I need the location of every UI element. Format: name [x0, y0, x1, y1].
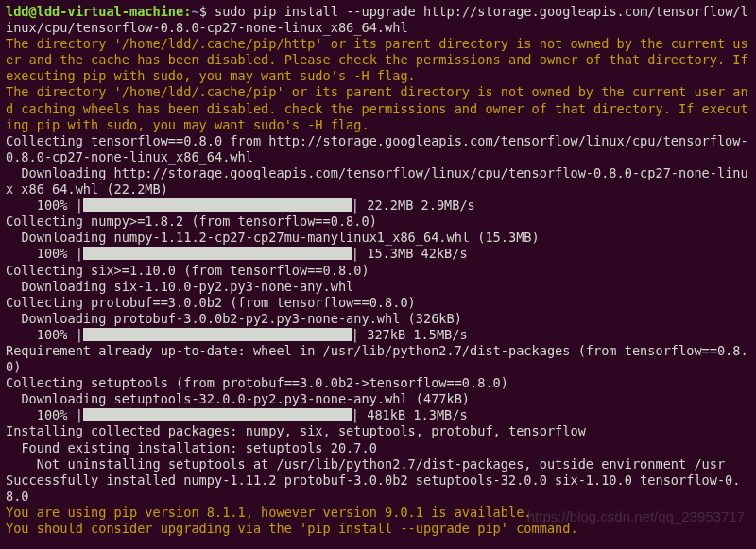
progress-tail: | 327kB 1.5MB/s: [352, 327, 475, 342]
line-requirement-wheel: Requirement already up-to-date: wheel in…: [6, 343, 748, 374]
line-version-available: You are using pip version 8.1.1, however…: [6, 505, 532, 520]
progress-percent: 100% |: [6, 407, 83, 422]
progress-bar-icon: [83, 408, 352, 421]
progress-percent: 100% |: [6, 246, 83, 261]
line-download-numpy: Downloading numpy-1.11.2-cp27-cp27mu-man…: [6, 230, 540, 245]
line-download-tensorflow: Downloading http://storage.googleapis.co…: [6, 165, 748, 197]
progress-tail: | 481kB 1.3MB/s: [352, 407, 475, 422]
progress-bar-icon: [83, 328, 352, 341]
line-download-six: Downloading six-1.10.0-py2.py3-none-any.…: [6, 279, 353, 294]
line-collect-setuptools: Collecting setuptools (from protobuf==3.…: [6, 375, 508, 390]
progress-percent: 100% |: [6, 197, 83, 213]
line-not-uninstalling: Not uninstalling setuptools at /usr/lib/…: [6, 456, 725, 472]
line-upgrade-suggestion: You should consider upgrading via the 'p…: [6, 521, 578, 536]
line-collect-protobuf: Collecting protobuf==3.0.0b2 (from tenso…: [6, 295, 416, 310]
progress-tail: | 22.2MB 2.9MB/s: [352, 197, 483, 213]
warning-cache-pip: The directory '/home/ldd/.cache/pip' or …: [6, 84, 748, 131]
line-download-protobuf: Downloading protobuf-3.0.0b2-py2.py3-non…: [6, 311, 462, 326]
progress-tail: | 15.3MB 42kB/s: [352, 246, 475, 261]
progress-row-numpy: 100% || 15.3MB 42kB/s: [6, 246, 475, 261]
progress-row-tensorflow: 100% || 22.2MB 2.9MB/s: [6, 197, 483, 213]
prompt-path: ~: [191, 4, 198, 19]
progress-bar-icon: [83, 198, 352, 212]
terminal-viewport[interactable]: ldd@ldd-virtual-machine:~$ sudo pip inst…: [0, 0, 756, 540]
progress-row-setuptools: 100% || 481kB 1.3MB/s: [6, 407, 475, 422]
line-found-existing: Found existing installation: setuptools …: [6, 440, 377, 455]
line-download-setuptools: Downloading setuptools-32.0.0-py2.py3-no…: [6, 391, 470, 406]
prompt-user-host: ldd@ldd-virtual-machine: [6, 4, 183, 19]
line-success: Successfully installed numpy-1.11.2 prot…: [6, 472, 741, 504]
progress-bar-icon: [83, 247, 352, 260]
progress-row-protobuf: 100% || 327kB 1.5MB/s: [6, 327, 475, 342]
line-collect-six: Collecting six>=1.10.0 (from tensorflow=…: [6, 263, 369, 278]
prompt-dollar: $: [199, 4, 215, 19]
line-collect-numpy: Collecting numpy>=1.8.2 (from tensorflow…: [6, 214, 377, 229]
warning-cache-http: The directory '/home/ldd/.cache/pip/http…: [6, 36, 756, 83]
progress-percent: 100% |: [6, 327, 83, 342]
line-installing: Installing collected packages: numpy, si…: [6, 423, 586, 438]
line-collect-tensorflow: Collecting tensorflow==0.8.0 from http:/…: [6, 133, 748, 164]
